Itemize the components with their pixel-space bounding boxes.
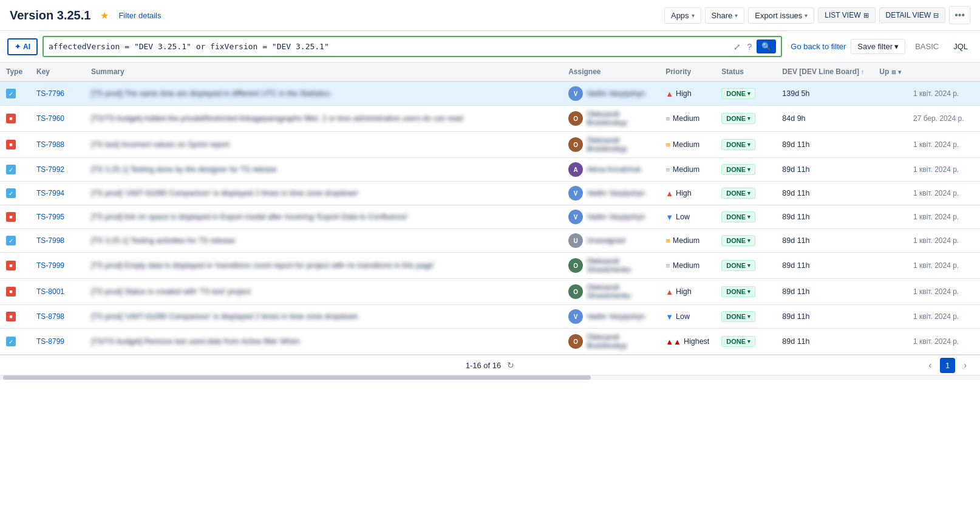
filter-details-link[interactable]: Filter details — [118, 11, 161, 20]
issue-key-link[interactable]: TS-8799 — [36, 337, 64, 346]
col-header-status[interactable]: Status — [715, 63, 776, 81]
assignee-wrapper: U Unassigned — [568, 233, 653, 248]
apps-button[interactable]: Apps ▾ — [664, 7, 701, 24]
summary-text: [TS 3.25.1] Testing done by the designer… — [91, 165, 277, 174]
table-row[interactable]: ■ TS-7960 [TS/TS budget] Added the priva… — [0, 106, 980, 132]
summary-text: [TS/TS budget] Remove last used date fro… — [91, 337, 300, 346]
summary-cell: [TS/TS budget] Remove last used date fro… — [85, 329, 562, 355]
jql-button[interactable]: JQL — [948, 39, 973, 53]
priority-cell: ▲▲ Highest — [659, 329, 715, 355]
issue-key-link[interactable]: TS-7995 — [36, 213, 64, 221]
priority-wrapper: ≡ Medium — [665, 261, 709, 270]
table-row[interactable]: ✓ TS-7998 [TS 3.25.1] Testing activities… — [0, 229, 980, 253]
date-cell: 1 квіт. 2024 р. — [907, 205, 980, 229]
dev-cell: 84d 9h — [776, 106, 873, 132]
col-header-up[interactable]: Up ⊞ ▾ — [873, 63, 907, 81]
horizontal-scrollbar[interactable] — [0, 375, 980, 380]
priority-cell: ▼ Low — [659, 205, 715, 229]
table-row[interactable]: ✓ TS-7994 [TS prod] 'UNIT-01090 Comparis… — [0, 182, 980, 205]
issue-key-link[interactable]: TS-7999 — [36, 261, 64, 270]
search-input[interactable] — [49, 42, 729, 51]
table-row[interactable]: ■ TS-7999 [TS prod] Empty data is displa… — [0, 253, 980, 279]
table-row[interactable]: ■ TS-7988 [TS test] Incorrect values on … — [0, 132, 980, 158]
table-footer: 1-16 of 16 ↻ ‹ 1 › — [0, 355, 980, 375]
share-button[interactable]: Share ▾ — [705, 7, 745, 24]
col-header-dev[interactable]: DEV [DEV Line Board] ↑ — [776, 63, 873, 81]
detail-view-button[interactable]: DETAIL VIEW ⊟ — [879, 7, 946, 23]
summary-cell: [TS prod] 'UNIT-01090 Comparison' is dis… — [85, 182, 562, 205]
status-chevron-icon: ▾ — [747, 338, 750, 344]
search-bar-right: Go back to filter Save filter ▾ BASIC JQ… — [791, 39, 973, 54]
table-row[interactable]: ✓ TS-7992 [TS 3.25.1] Testing done by th… — [0, 158, 980, 182]
issue-key-link[interactable]: TS-7988 — [36, 140, 64, 149]
list-view-button[interactable]: LIST VIEW ⊞ — [818, 7, 875, 23]
issue-key-link[interactable]: TS-8798 — [36, 312, 64, 321]
export-issues-button[interactable]: Export issues ▾ — [748, 7, 814, 24]
issue-key-link[interactable]: TS-7960 — [36, 114, 64, 123]
basic-button[interactable]: BASIC — [910, 39, 944, 53]
dev-cell: 89d 11h — [776, 279, 873, 305]
help-icon[interactable]: ? — [746, 41, 753, 53]
table-row[interactable]: ✓ TS-7796 [TS prod] The same time are di… — [0, 81, 980, 106]
summary-text: [TS 3.25.1] Testing activities for TS re… — [91, 236, 235, 245]
summary-cell: [TS prod] 'UNIT-01090 Comparison' is dis… — [85, 305, 562, 329]
status-badge[interactable]: DONE ▾ — [721, 311, 755, 322]
status-badge[interactable]: DONE ▾ — [721, 336, 755, 347]
back-to-filter-link[interactable]: Go back to filter — [791, 42, 846, 51]
priority-label: High — [676, 189, 692, 197]
status-badge[interactable]: DONE ▾ — [721, 139, 755, 150]
assignee-name: Oleksandr Shvedchenko — [587, 283, 653, 300]
col-header-priority[interactable]: Priority — [659, 63, 715, 81]
page-1-button[interactable]: 1 — [940, 358, 955, 373]
dev-time: 139d 5h — [782, 89, 809, 98]
col-header-key[interactable]: Key — [30, 63, 85, 81]
expand-icon[interactable]: ⤢ — [732, 41, 742, 53]
refresh-icon[interactable]: ↻ — [507, 360, 514, 370]
status-badge[interactable]: DONE ▾ — [721, 260, 755, 271]
priority-wrapper: ▲ High — [665, 287, 709, 296]
status-badge[interactable]: DONE ▾ — [721, 235, 755, 246]
col-header-type[interactable]: Type — [0, 63, 30, 81]
issue-key-link[interactable]: TS-7796 — [36, 89, 64, 98]
col-header-date[interactable] — [907, 63, 980, 81]
table-row[interactable]: ■ TS-7995 [TS prod] link on space is dis… — [0, 205, 980, 229]
status-cell: DONE ▾ — [715, 279, 776, 305]
priority-icon: ≡ — [665, 140, 670, 149]
issue-key-link[interactable]: TS-7994 — [36, 189, 64, 197]
save-filter-button[interactable]: Save filter ▾ — [851, 39, 905, 54]
next-page-button[interactable]: › — [960, 359, 970, 371]
star-icon[interactable]: ★ — [100, 10, 109, 21]
assignee-wrapper: V Vadim Vasylyshyn — [568, 309, 653, 324]
ai-button[interactable]: ✦ AI — [7, 38, 38, 55]
prev-page-button[interactable]: ‹ — [925, 359, 935, 371]
status-badge[interactable]: DONE ▾ — [721, 88, 755, 99]
issues-table-wrapper: Type Key Summary Assignee Priority Statu… — [0, 63, 980, 355]
assignee-name: Unassigned — [587, 236, 625, 245]
summary-text: [TS prod] 'UNIT-01090 Comparison' is dis… — [91, 312, 358, 321]
up-cell — [873, 158, 907, 182]
key-cell: TS-7992 — [30, 158, 85, 182]
status-badge[interactable]: DONE ▾ — [721, 113, 755, 124]
status-chevron-icon: ▾ — [747, 214, 750, 220]
search-bar: ✦ AI ⤢ ? 🔍 Go back to filter Save filter… — [0, 31, 980, 63]
status-badge[interactable]: DONE ▾ — [721, 164, 755, 175]
date-cell: 1 квіт. 2024 р. — [907, 305, 980, 329]
issue-key-link[interactable]: TS-7992 — [36, 165, 64, 174]
issue-key-link[interactable]: TS-8001 — [36, 287, 64, 296]
table-row[interactable]: ■ TS-8001 [TS prod] Status is created wi… — [0, 279, 980, 305]
more-options-button[interactable]: ••• — [949, 6, 970, 24]
issue-key-link[interactable]: TS-7998 — [36, 236, 64, 245]
table-row[interactable]: ■ TS-8798 [TS prod] 'UNIT-01090 Comparis… — [0, 305, 980, 329]
up-cell — [873, 205, 907, 229]
status-badge[interactable]: DONE ▾ — [721, 188, 755, 199]
bug-type-icon: ■ — [6, 287, 16, 296]
status-badge[interactable]: DONE ▾ — [721, 286, 755, 297]
pagination-nav: ‹ 1 › — [925, 358, 970, 373]
status-badge[interactable]: DONE ▾ — [721, 211, 755, 222]
col-header-assignee[interactable]: Assignee — [562, 63, 659, 81]
date-text: 1 квіт. 2024 р. — [913, 89, 959, 98]
search-button[interactable]: 🔍 — [757, 39, 776, 53]
col-header-summary[interactable]: Summary — [85, 63, 562, 81]
table-row[interactable]: ✓ TS-8799 [TS/TS budget] Remove last use… — [0, 329, 980, 355]
bug-type-icon: ■ — [6, 140, 16, 149]
